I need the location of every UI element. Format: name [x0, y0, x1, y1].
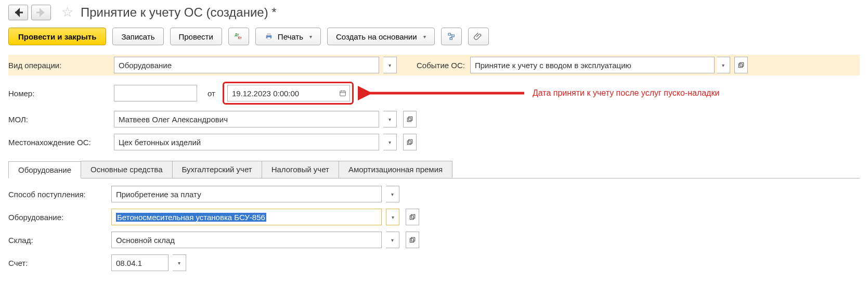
mol-label: МОЛ: — [8, 115, 110, 124]
account-dropdown[interactable]: ▾ — [173, 254, 186, 271]
svg-text:Кт: Кт — [238, 36, 242, 40]
mol-open-button[interactable] — [403, 111, 417, 127]
svg-rect-17 — [407, 118, 411, 122]
svg-rect-8 — [451, 35, 454, 37]
svg-rect-18 — [409, 117, 412, 120]
svg-rect-21 — [410, 216, 413, 220]
chevron-down-icon: ▾ — [722, 62, 724, 68]
attachments-button[interactable] — [468, 28, 489, 45]
svg-rect-24 — [411, 237, 415, 241]
event-dropdown[interactable]: ▾ — [717, 57, 730, 73]
mol-dropdown[interactable]: ▾ — [383, 111, 397, 127]
warehouse-open-button[interactable] — [406, 232, 419, 248]
post-and-close-button[interactable]: Провести и закрыть — [8, 28, 106, 45]
chevron-down-icon: ▾ — [391, 191, 394, 197]
nav-back-button[interactable] — [8, 5, 28, 20]
open-external-icon — [737, 61, 745, 69]
svg-rect-19 — [407, 141, 411, 145]
event-open-button[interactable] — [734, 57, 748, 73]
arrow-left-icon — [9, 3, 28, 22]
equipment-input[interactable]: Бетоносмесительная установка БСУ-856 — [111, 209, 382, 225]
warehouse-label: Склад: — [8, 236, 107, 245]
svg-rect-10 — [739, 64, 742, 68]
equipment-dropdown[interactable]: ▾ — [386, 209, 399, 225]
svg-rect-22 — [411, 214, 415, 218]
print-button[interactable]: Печать ▾ — [255, 28, 321, 45]
nav-forward-button[interactable] — [31, 5, 51, 20]
chevron-down-icon: ▾ — [423, 34, 426, 40]
dt-kt-icon: Дт Кт — [234, 32, 243, 41]
chevron-down-icon: ▾ — [391, 237, 394, 243]
tab-accounting[interactable]: Бухгалтерский учет — [172, 161, 262, 178]
equipment-open-button[interactable] — [406, 209, 419, 225]
open-external-icon — [409, 213, 416, 221]
tab-tax[interactable]: Налоговый учет — [262, 161, 339, 178]
open-external-icon — [406, 138, 413, 146]
event-input[interactable]: Принятие к учету с вводом в эксплуатацию — [470, 57, 715, 73]
svg-rect-12 — [340, 91, 346, 96]
chevron-down-icon: ▾ — [392, 214, 394, 220]
equipment-value: Бетоносмесительная установка БСУ-856 — [116, 213, 266, 222]
open-external-icon — [406, 116, 413, 123]
svg-rect-7 — [448, 33, 451, 35]
method-input[interactable]: Приобретение за плату — [111, 186, 382, 202]
chevron-down-icon: ▾ — [388, 117, 391, 122]
from-label: от — [208, 89, 215, 98]
page-title: Принятие к учету ОС (создание) * — [81, 5, 277, 20]
date-highlight-box: 19.12.2023 0:00:00 — [223, 82, 354, 105]
svg-rect-20 — [409, 139, 412, 143]
toolbar: Провести и закрыть Записать Провести Дт … — [8, 28, 860, 45]
operation-type-input[interactable]: Оборудование — [114, 57, 379, 73]
annotation-text: Дата приняти к учету после услуг пуско-н… — [524, 88, 720, 98]
tab-bonus[interactable]: Амортизационная премия — [339, 161, 452, 178]
warehouse-input[interactable]: Основной склад — [111, 232, 382, 248]
svg-rect-0 — [15, 11, 23, 13]
chevron-down-icon: ▾ — [178, 260, 180, 266]
method-label: Способ поступления: — [8, 190, 107, 199]
calendar-icon — [339, 90, 346, 97]
svg-rect-5 — [267, 34, 270, 36]
paperclip-icon — [474, 32, 483, 41]
number-input[interactable] — [114, 85, 197, 101]
arrow-right-icon — [32, 3, 50, 22]
calendar-button[interactable] — [336, 85, 350, 101]
tab-equipment[interactable]: Оборудование — [8, 161, 81, 178]
create-based-on-label: Создать на основании — [336, 32, 417, 41]
post-button[interactable]: Провести — [170, 28, 222, 45]
create-based-on-button[interactable]: Создать на основании ▾ — [327, 28, 435, 45]
open-external-icon — [409, 236, 416, 244]
location-label: Местонахождение ОС: — [8, 138, 110, 147]
location-dropdown[interactable]: ▾ — [383, 134, 397, 150]
warehouse-dropdown[interactable]: ▾ — [386, 232, 399, 248]
location-open-button[interactable] — [403, 134, 417, 150]
svg-rect-1 — [36, 11, 44, 13]
tab-bar: Оборудование Основные средства Бухгалтер… — [8, 161, 860, 178]
svg-rect-6 — [267, 37, 270, 40]
number-label: Номер: — [8, 89, 110, 98]
chevron-down-icon: ▾ — [309, 34, 312, 40]
chevron-down-icon: ▾ — [388, 62, 391, 68]
account-label: Счет: — [8, 259, 107, 267]
svg-rect-11 — [740, 62, 744, 66]
svg-rect-23 — [410, 239, 413, 242]
printer-icon — [264, 32, 274, 41]
mol-input[interactable]: Матвеев Олег Александрович — [114, 111, 379, 127]
location-input[interactable]: Цех бетонных изделий — [114, 134, 379, 150]
tree-icon — [447, 32, 456, 41]
related-docs-button[interactable] — [441, 28, 462, 45]
tab-fixed-assets[interactable]: Основные средства — [81, 161, 172, 178]
account-input[interactable]: 08.04.1 — [111, 254, 169, 271]
date-input[interactable]: 19.12.2023 0:00:00 — [227, 85, 336, 101]
event-label: Событие ОС: — [417, 61, 465, 70]
annotation-arrow-icon — [358, 84, 524, 102]
print-label: Печать — [278, 32, 303, 41]
equipment-label: Оборудование: — [8, 213, 107, 222]
favorite-star-icon[interactable]: ☆ — [61, 4, 73, 20]
chevron-down-icon: ▾ — [388, 139, 391, 145]
method-dropdown[interactable]: ▾ — [386, 186, 399, 202]
save-button[interactable]: Записать — [112, 28, 163, 45]
dt-kt-button[interactable]: Дт Кт — [228, 28, 249, 45]
operation-type-dropdown[interactable]: ▾ — [383, 57, 397, 73]
operation-type-label: Вид операции: — [8, 58, 110, 73]
